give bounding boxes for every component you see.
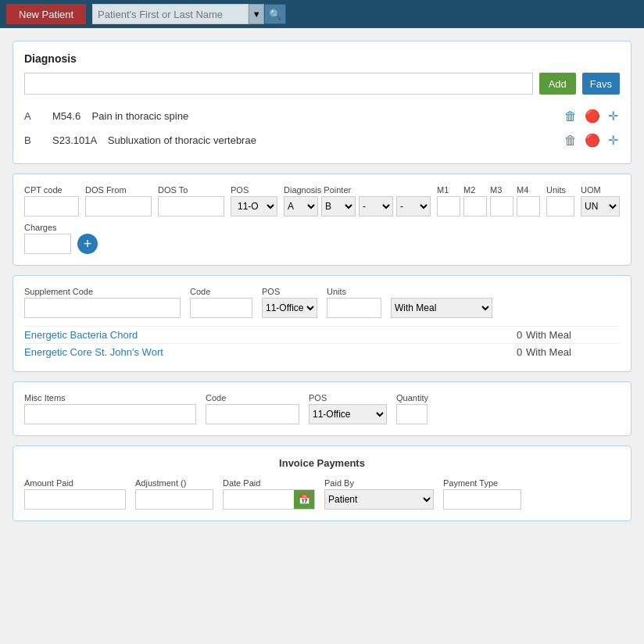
supp-meal-select[interactable]: With Meal Without Meal N/A xyxy=(391,298,492,318)
date-input-wrap: 06/22/2020 📅 xyxy=(223,489,315,510)
m4-label: M4 xyxy=(517,185,540,195)
diagnosis-row-b: B S23.101A Subluxation of thoracic verte… xyxy=(24,128,620,152)
m1-field: M1 xyxy=(437,185,460,216)
cpt-pos-select[interactable]: 11-O 11-Office xyxy=(231,196,277,216)
m4-field: M4 xyxy=(517,185,540,216)
paid-by-field: Paid By Patient Insurance Other xyxy=(324,478,434,510)
supp-pos-field: POS 11-Office 11-O xyxy=(262,287,317,318)
payment-type-label: Payment Type xyxy=(443,478,521,488)
search-go-button[interactable]: 🔍 xyxy=(264,4,286,24)
misc-qty-input[interactable]: 1 xyxy=(396,404,428,424)
supp-name-0[interactable]: Energetic Bacteria Chord xyxy=(24,329,320,341)
misc-row: Misc Items Code POS 11-Office 11-O Quant… xyxy=(24,393,620,424)
diag-pointer-label: Diagnosis Pointer xyxy=(284,185,431,195)
main-content: Diagnosis Add Favs A M54.6 Pain in thora… xyxy=(0,28,644,534)
misc-items-field: Misc Items xyxy=(24,393,196,424)
misc-code-label: Code xyxy=(206,393,299,402)
search-dropdown-button[interactable]: ▼ xyxy=(249,4,264,24)
dp-a-select[interactable]: AB- xyxy=(284,196,318,216)
diag-pointer-group: Diagnosis Pointer AB- BA- -AB -AB xyxy=(284,185,431,216)
supp-meal-field: With Meal Without Meal N/A xyxy=(391,296,492,318)
cpt-card: CPT code DOS From 06/08/2020 DOS To 06/0… xyxy=(13,174,631,266)
invoice-title: Invoice Payments xyxy=(24,457,620,469)
diagnosis-add-button[interactable]: Add xyxy=(539,73,576,95)
amount-paid-label: Amount Paid xyxy=(24,478,126,488)
cpt-code-input[interactable] xyxy=(24,196,79,216)
misc-code-field: Code xyxy=(206,393,299,424)
diag-actions-b: 🗑 🔴 ✛ xyxy=(563,131,620,149)
diag-move-b-button[interactable]: ✛ xyxy=(606,131,620,149)
supp-code-input[interactable] xyxy=(24,298,181,318)
dp-d-select[interactable]: -AB xyxy=(396,196,431,216)
diag-code-b: S23.101A xyxy=(52,134,96,146)
units-label: Units xyxy=(546,185,574,195)
payment-type-field: Payment Type Credit Card xyxy=(443,478,521,510)
misc-pos-field: POS 11-Office 11-O xyxy=(309,393,387,424)
units-field: Units 1 xyxy=(546,185,574,216)
m2-input[interactable] xyxy=(463,196,487,216)
amount-paid-input[interactable] xyxy=(24,489,126,510)
supp-pos-select[interactable]: 11-Office 11-O xyxy=(262,298,317,318)
m3-input[interactable] xyxy=(490,196,513,216)
misc-items-label: Misc Items xyxy=(24,393,196,402)
misc-qty-label: Quantity xyxy=(396,393,428,402)
supp-code-short-field: Code xyxy=(190,287,252,318)
adjustment-field: Adjustment () xyxy=(135,478,213,510)
units-input[interactable]: 1 xyxy=(546,196,574,216)
supp-units-input[interactable]: 1 xyxy=(327,298,381,318)
supp-pos-label: POS xyxy=(262,287,317,296)
cpt-add-button[interactable]: + xyxy=(77,234,98,254)
supp-name-1[interactable]: Energetic Core St. John's Wort xyxy=(24,346,320,358)
invoice-row: Amount Paid Adjustment () Date Paid 06/2… xyxy=(24,478,620,510)
adjustment-input[interactable] xyxy=(135,489,213,510)
m-fields: M1 M2 M3 M4 xyxy=(437,185,540,216)
cpt-code-label: CPT code xyxy=(24,185,79,195)
m1-input[interactable] xyxy=(437,196,460,216)
m1-label: M1 xyxy=(437,185,460,195)
diag-stop-a-button[interactable]: 🔴 xyxy=(583,107,602,125)
diagnosis-search-input[interactable] xyxy=(24,73,533,95)
misc-pos-label: POS xyxy=(309,393,387,402)
dp-b-select[interactable]: BA- xyxy=(321,196,356,216)
m4-input[interactable] xyxy=(517,196,540,216)
uom-label: UOM xyxy=(581,185,620,195)
diagnosis-favs-button[interactable]: Favs xyxy=(582,73,620,95)
diag-stop-b-button[interactable]: 🔴 xyxy=(583,131,602,149)
cpt-code-field: CPT code xyxy=(24,185,79,216)
diag-code-desc-a: M54.6 Pain in thoracic spine xyxy=(52,110,550,122)
dos-to-label: DOS To xyxy=(158,185,224,195)
diag-letter-a: A xyxy=(24,110,40,122)
charges-input[interactable] xyxy=(24,234,71,254)
top-nav: New Patient ▼ 🔍 xyxy=(0,0,644,28)
payment-type-input[interactable]: Credit Card xyxy=(443,489,521,510)
misc-code-input[interactable] xyxy=(206,404,299,424)
calendar-icon-button[interactable]: 📅 xyxy=(294,490,314,509)
diag-move-a-button[interactable]: ✛ xyxy=(606,107,620,125)
diag-code-desc-b: S23.101A Subluxation of thoracic vertebr… xyxy=(52,134,550,146)
supp-units-field: Units 1 xyxy=(327,287,381,318)
supp-units-label: Units xyxy=(327,287,381,296)
paid-by-select[interactable]: Patient Insurance Other xyxy=(324,489,434,510)
supp-meal-0: With Meal xyxy=(526,329,620,341)
new-patient-button[interactable]: New Patient xyxy=(6,4,86,24)
search-container: ▼ 🔍 xyxy=(92,4,286,24)
charges-field: Charges xyxy=(24,223,71,254)
date-paid-input[interactable]: 06/22/2020 xyxy=(224,490,294,509)
diag-desc-a: Pain in thoracic spine xyxy=(92,110,189,122)
dos-from-input[interactable]: 06/08/2020 xyxy=(85,196,152,216)
dos-to-input[interactable]: 06/08/2020 xyxy=(158,196,224,216)
dos-to-field: DOS To 06/08/2020 xyxy=(158,185,224,216)
diag-delete-b-button[interactable]: 🗑 xyxy=(563,132,578,149)
supp-code-short-input[interactable] xyxy=(190,298,252,318)
dp-c-select[interactable]: -AB xyxy=(359,196,393,216)
diag-delete-a-button[interactable]: 🗑 xyxy=(563,108,578,125)
date-paid-field: Date Paid 06/22/2020 📅 xyxy=(223,478,315,510)
date-paid-label: Date Paid xyxy=(223,478,315,488)
m3-label: M3 xyxy=(490,185,513,195)
patient-search-input[interactable] xyxy=(92,4,249,24)
supp-units-0: 0 xyxy=(329,329,517,341)
uom-select[interactable]: UN xyxy=(581,196,620,216)
misc-qty-field: Quantity 1 xyxy=(396,393,428,424)
misc-items-input[interactable] xyxy=(24,404,196,424)
misc-pos-select[interactable]: 11-Office 11-O xyxy=(309,404,387,424)
